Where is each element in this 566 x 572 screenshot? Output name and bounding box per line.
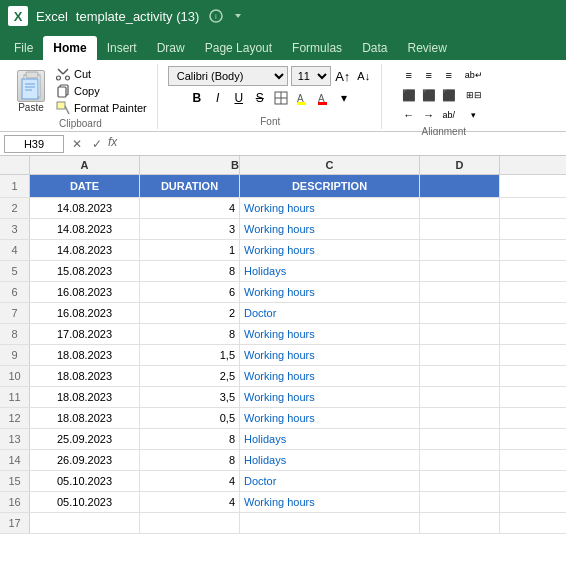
tab-review[interactable]: Review bbox=[397, 36, 456, 60]
cell-d[interactable] bbox=[420, 387, 500, 407]
cell-description[interactable]: Holidays bbox=[240, 429, 420, 449]
col-header-b[interactable]: B bbox=[140, 156, 240, 174]
fill-color-button[interactable]: A bbox=[293, 89, 311, 107]
cell-description[interactable]: Working hours bbox=[240, 282, 420, 302]
align-right-button[interactable]: ⬛ bbox=[440, 86, 458, 104]
wrap-text-button[interactable]: ab↵ bbox=[460, 66, 488, 84]
cell-date[interactable]: 18.08.2023 bbox=[30, 387, 140, 407]
cut-button[interactable]: Cut bbox=[54, 66, 149, 82]
cell-date[interactable]: 14.08.2023 bbox=[30, 240, 140, 260]
cell-date[interactable]: 14.08.2023 bbox=[30, 198, 140, 218]
cell-d[interactable] bbox=[420, 219, 500, 239]
cell-description[interactable]: Working hours bbox=[240, 345, 420, 365]
dropdown-button[interactable]: ▾ bbox=[460, 106, 488, 124]
cell-d[interactable] bbox=[420, 282, 500, 302]
cell-duration[interactable]: 8 bbox=[140, 450, 240, 470]
cell-description[interactable]: Working hours bbox=[240, 198, 420, 218]
indent-less-button[interactable]: ← bbox=[400, 106, 418, 124]
cell-d[interactable] bbox=[420, 303, 500, 323]
cell-duration[interactable]: 2 bbox=[140, 303, 240, 323]
cancel-formula-button[interactable]: ✕ bbox=[68, 135, 86, 153]
cell-description[interactable]: Working hours bbox=[240, 240, 420, 260]
cell-d[interactable] bbox=[420, 324, 500, 344]
cell-date[interactable]: 14.08.2023 bbox=[30, 219, 140, 239]
tab-data[interactable]: Data bbox=[352, 36, 397, 60]
cell-duration[interactable]: 8 bbox=[140, 429, 240, 449]
cell-description[interactable] bbox=[240, 513, 420, 533]
tab-file[interactable]: File bbox=[4, 36, 43, 60]
cell-description[interactable]: Working hours bbox=[240, 324, 420, 344]
col-header-d[interactable]: D bbox=[420, 156, 500, 174]
align-top-right-button[interactable]: ≡ bbox=[440, 66, 458, 84]
cell-d[interactable] bbox=[420, 471, 500, 491]
cell-description[interactable]: Working hours bbox=[240, 492, 420, 512]
tab-formulas[interactable]: Formulas bbox=[282, 36, 352, 60]
cell-d[interactable] bbox=[420, 240, 500, 260]
tab-draw[interactable]: Draw bbox=[147, 36, 195, 60]
cell-duration[interactable]: 0,5 bbox=[140, 408, 240, 428]
orientation-button[interactable]: ab/ bbox=[440, 106, 458, 124]
cell-date[interactable]: 15.08.2023 bbox=[30, 261, 140, 281]
underline-button[interactable]: U bbox=[230, 89, 248, 107]
cell-duration[interactable]: 8 bbox=[140, 261, 240, 281]
col-header-c[interactable]: C bbox=[240, 156, 420, 174]
cell-date[interactable]: 18.08.2023 bbox=[30, 408, 140, 428]
font-name-select[interactable]: Calibri (Body) bbox=[168, 66, 288, 86]
cell-description[interactable]: Holidays bbox=[240, 450, 420, 470]
cell-duration[interactable]: 4 bbox=[140, 492, 240, 512]
cell-duration[interactable]: 3 bbox=[140, 219, 240, 239]
cell-description[interactable]: Doctor bbox=[240, 471, 420, 491]
cell-d[interactable] bbox=[420, 492, 500, 512]
cell-d[interactable] bbox=[420, 366, 500, 386]
cell-date[interactable]: 16.08.2023 bbox=[30, 303, 140, 323]
cell-duration[interactable]: 2,5 bbox=[140, 366, 240, 386]
cell-duration[interactable]: 8 bbox=[140, 324, 240, 344]
cell-date[interactable] bbox=[30, 513, 140, 533]
cell-duration[interactable]: 1 bbox=[140, 240, 240, 260]
align-top-center-button[interactable]: ≡ bbox=[420, 66, 438, 84]
cell-description[interactable]: Doctor bbox=[240, 303, 420, 323]
font-size-select[interactable]: 11 bbox=[291, 66, 331, 86]
border-button[interactable] bbox=[272, 89, 290, 107]
decrease-font-button[interactable]: A↓ bbox=[355, 67, 373, 85]
tab-page-layout[interactable]: Page Layout bbox=[195, 36, 282, 60]
cell-reference-input[interactable] bbox=[4, 135, 64, 153]
cell-duration[interactable]: 4 bbox=[140, 198, 240, 218]
cell-date[interactable]: 17.08.2023 bbox=[30, 324, 140, 344]
cell-description[interactable]: Working hours bbox=[240, 219, 420, 239]
cell-d1[interactable] bbox=[420, 175, 500, 197]
font-color-button[interactable]: A bbox=[314, 89, 332, 107]
italic-button[interactable]: I bbox=[209, 89, 227, 107]
cell-date[interactable]: 26.09.2023 bbox=[30, 450, 140, 470]
cell-d[interactable] bbox=[420, 198, 500, 218]
cell-d[interactable] bbox=[420, 408, 500, 428]
tab-insert[interactable]: Insert bbox=[97, 36, 147, 60]
indent-more-button[interactable]: → bbox=[420, 106, 438, 124]
cell-date[interactable]: 18.08.2023 bbox=[30, 366, 140, 386]
cell-duration[interactable]: 1,5 bbox=[140, 345, 240, 365]
cell-d[interactable] bbox=[420, 429, 500, 449]
cell-duration[interactable]: 3,5 bbox=[140, 387, 240, 407]
merge-center-button[interactable]: ⊞⊟ bbox=[460, 86, 488, 104]
cell-d[interactable] bbox=[420, 450, 500, 470]
cell-b1[interactable]: DURATION bbox=[140, 175, 240, 197]
format-painter-button[interactable]: Format Painter bbox=[54, 100, 149, 116]
cell-duration[interactable] bbox=[140, 513, 240, 533]
cell-duration[interactable]: 4 bbox=[140, 471, 240, 491]
cell-date[interactable]: 25.09.2023 bbox=[30, 429, 140, 449]
cell-description[interactable]: Working hours bbox=[240, 366, 420, 386]
align-center-button[interactable]: ⬛ bbox=[420, 86, 438, 104]
confirm-formula-button[interactable]: ✓ bbox=[88, 135, 106, 153]
align-left-button[interactable]: ⬛ bbox=[400, 86, 418, 104]
cell-duration[interactable]: 6 bbox=[140, 282, 240, 302]
formula-input[interactable] bbox=[121, 135, 562, 153]
copy-button[interactable]: Copy bbox=[54, 83, 149, 99]
paste-button[interactable]: Paste bbox=[12, 67, 50, 116]
cell-date[interactable]: 05.10.2023 bbox=[30, 471, 140, 491]
cell-date[interactable]: 18.08.2023 bbox=[30, 345, 140, 365]
font-dropdown-button[interactable]: ▾ bbox=[335, 89, 353, 107]
col-header-a[interactable]: A bbox=[30, 156, 140, 174]
increase-font-button[interactable]: A↑ bbox=[334, 67, 352, 85]
cell-d[interactable] bbox=[420, 261, 500, 281]
cell-d[interactable] bbox=[420, 345, 500, 365]
